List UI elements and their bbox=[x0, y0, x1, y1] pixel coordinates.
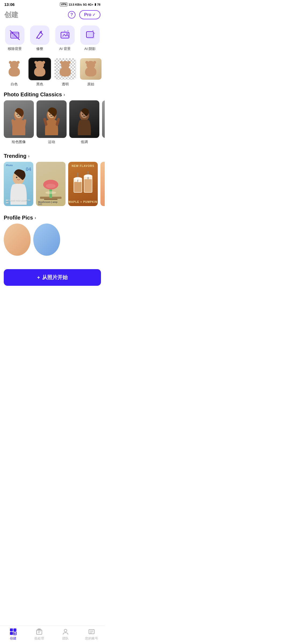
tool-retouch-label: 修整 bbox=[36, 46, 43, 51]
section-profile-pics-title: Profile Pics bbox=[4, 215, 33, 221]
ai-bg-icon-wrap bbox=[55, 25, 75, 45]
trending-card-mushroom-lamp[interactable]: Mushroom | amp $45 bbox=[36, 162, 66, 206]
help-button[interactable]: ? bbox=[67, 10, 77, 20]
battery-level: 78 bbox=[97, 3, 100, 6]
svg-point-13 bbox=[64, 31, 65, 31]
svg-point-29 bbox=[49, 114, 50, 115]
bg-option-transparent[interactable]: 透明 bbox=[53, 58, 77, 87]
photo-motion-art bbox=[37, 100, 67, 138]
bg-thumb-original bbox=[79, 58, 102, 80]
trending-card-perfume[interactable]: SASHA C SHOP NOW bbox=[100, 162, 105, 206]
network-speed: 13.5 KB/s bbox=[68, 3, 82, 6]
bg-thumb-transparent bbox=[54, 58, 77, 80]
photo-editing-chevron: › bbox=[64, 92, 65, 97]
section-photo-editing-title: Photo Editing Classics bbox=[4, 92, 62, 98]
ai-shadow-icon bbox=[85, 30, 95, 40]
bg-option-white[interactable]: 白色 bbox=[2, 58, 26, 87]
page-title: 创建 bbox=[4, 10, 18, 20]
svg-rect-56 bbox=[78, 180, 80, 182]
bg-option-original[interactable]: 原始 bbox=[79, 58, 103, 87]
svg-point-48 bbox=[45, 191, 56, 194]
network-type: 5G 4G+ bbox=[83, 3, 93, 6]
remove-bg-icon bbox=[10, 30, 20, 40]
photo-card-motion-label: 运动 bbox=[48, 140, 55, 144]
bg-thumb-black bbox=[28, 58, 51, 80]
svg-point-17 bbox=[93, 30, 93, 31]
profile-pics-scroll[interactable] bbox=[0, 224, 105, 259]
photo-card-partial[interactable] bbox=[102, 100, 105, 144]
trending-chevron: › bbox=[28, 154, 29, 159]
bg-label-original: 原始 bbox=[87, 82, 94, 87]
section-profile-pics-header[interactable]: Profile Pics › bbox=[0, 210, 105, 224]
status-right: VPN 13.5 KB/s 5G 4G+ ▮ 78 bbox=[60, 2, 100, 6]
status-bar: 13:06 VPN 13.5 KB/s 5G 4G+ ▮ 78 bbox=[0, 0, 105, 8]
photo-card-lowkey[interactable]: 低调 bbox=[69, 100, 99, 144]
pro-button[interactable]: Pro ✓ bbox=[79, 10, 100, 19]
lamp-art bbox=[36, 162, 66, 206]
trending-scroll[interactable]: Photo 04 BE WHO YOU WANT TO BE M bbox=[0, 162, 105, 210]
svg-point-9 bbox=[42, 34, 43, 35]
tool-ai-bg-label: AI 背景 bbox=[59, 46, 71, 51]
tool-ai-bg[interactable]: AI 背景 bbox=[52, 23, 78, 54]
perfume-bottle-art bbox=[100, 162, 105, 203]
section-trending-title: Trending bbox=[4, 153, 26, 159]
vpn-badge: VPN bbox=[60, 2, 68, 6]
action-button-wrap: + 从照片开始 bbox=[0, 266, 105, 289]
photo-card-painted[interactable]: 绘色图像 bbox=[4, 100, 34, 144]
pro-check-icon: ✓ bbox=[92, 13, 96, 17]
photo-editing-scroll[interactable]: 绘色图像 运动 bbox=[0, 100, 105, 148]
photo-card-motion[interactable]: 运动 bbox=[37, 100, 67, 144]
svg-point-36 bbox=[82, 114, 83, 115]
tool-ai-shadow[interactable]: AI 阴影 bbox=[78, 23, 103, 54]
svg-rect-53 bbox=[74, 182, 82, 192]
svg-point-14 bbox=[67, 30, 68, 31]
tool-retouch[interactable]: 修整 bbox=[27, 23, 53, 54]
svg-point-18 bbox=[94, 33, 95, 34]
svg-point-47 bbox=[43, 180, 58, 189]
bg-options: 白色 黑色 bbox=[0, 56, 105, 87]
remove-bg-icon-wrap bbox=[5, 25, 24, 45]
header-actions: ? Pro ✓ bbox=[67, 10, 100, 20]
bg-option-black[interactable]: 黑色 bbox=[28, 58, 52, 87]
svg-point-8 bbox=[39, 32, 40, 33]
mushroom-price: $45 bbox=[38, 203, 42, 206]
svg-point-58 bbox=[84, 174, 92, 177]
action-btn-label: 从照片开始 bbox=[42, 274, 68, 281]
pro-label: Pro bbox=[84, 12, 91, 17]
section-photo-editing-header[interactable]: Photo Editing Classics › bbox=[0, 87, 105, 100]
ai-shadow-icon-wrap bbox=[80, 25, 100, 45]
tool-remove-bg-label: 移除背景 bbox=[8, 46, 22, 51]
svg-rect-16 bbox=[88, 33, 95, 39]
header: 创建 ? Pro ✓ bbox=[0, 8, 105, 23]
photo-card-lowkey-label: 低调 bbox=[81, 140, 88, 144]
status-time: 13:06 bbox=[4, 2, 15, 7]
svg-point-25 bbox=[20, 114, 21, 115]
trending-card-magazine[interactable]: Photo 04 BE WHO YOU WANT TO BE bbox=[4, 162, 33, 206]
svg-rect-54 bbox=[84, 179, 92, 192]
svg-point-12 bbox=[66, 33, 68, 35]
photo-painted-art bbox=[4, 100, 34, 138]
bg-label-black: 黑色 bbox=[36, 82, 43, 87]
svg-text:?: ? bbox=[70, 12, 73, 17]
svg-point-30 bbox=[53, 114, 54, 115]
tool-ai-shadow-label: AI 阴影 bbox=[84, 46, 96, 51]
action-btn-icon: + bbox=[37, 275, 40, 280]
svg-point-41 bbox=[20, 177, 21, 178]
tool-remove-bg[interactable]: 移除背景 bbox=[2, 23, 27, 54]
start-from-photo-button[interactable]: + 从照片开始 bbox=[4, 269, 101, 286]
bg-label-transparent: 透明 bbox=[62, 82, 69, 87]
section-trending-header[interactable]: Trending › bbox=[0, 148, 105, 162]
photo-card-painted-label: 绘色图像 bbox=[12, 140, 26, 144]
retouch-icon-wrap bbox=[30, 25, 49, 45]
bg-label-white: 白色 bbox=[11, 82, 18, 87]
battery-icon: ▮ bbox=[95, 3, 96, 6]
tool-grid: 移除背景 修整 bbox=[0, 23, 105, 54]
photo-lowkey-art bbox=[69, 100, 99, 138]
retouch-icon bbox=[35, 30, 45, 40]
bg-thumb-white bbox=[3, 58, 26, 80]
svg-point-24 bbox=[17, 114, 18, 115]
ai-bg-icon bbox=[60, 30, 70, 40]
trending-card-food[interactable]: NEW FLAVORS MAPLE + PUMPKIN bbox=[68, 162, 98, 206]
svg-point-40 bbox=[16, 177, 17, 178]
svg-point-37 bbox=[85, 114, 86, 115]
